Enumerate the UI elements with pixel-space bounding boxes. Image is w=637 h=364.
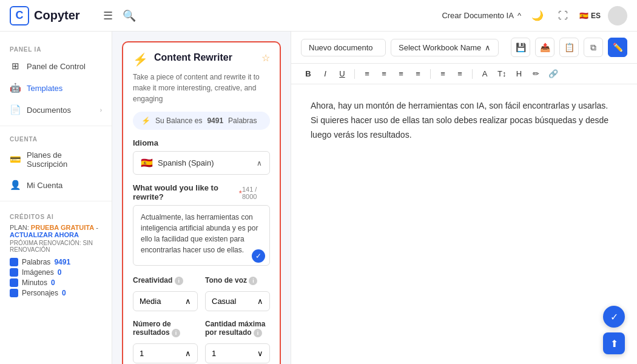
menu-icon[interactable]: ☰ <box>103 9 113 22</box>
tono-select[interactable]: Casual ∧ <box>205 291 270 311</box>
sidebar-item-label: Planes de Suscripción <box>27 150 102 169</box>
chevron-up-icon: ∧ <box>485 43 491 52</box>
sidebar-item-label: Panel de Control <box>27 62 86 71</box>
workbook-name-label: Select Workbook Name <box>399 43 481 52</box>
duplicate-icon: ⧉ <box>590 42 596 53</box>
sidebar-item-panel-control[interactable]: ⊞ Panel de Control <box>0 55 112 77</box>
chevron-down-icon: ∨ <box>257 349 263 358</box>
list-unordered-button[interactable]: ≡ <box>453 67 467 80</box>
grid-icon: ⊞ <box>10 61 21 72</box>
cantidad-label: Cantidad máxima por resultado i <box>205 320 270 337</box>
copy-doc-button[interactable]: 📋 <box>559 38 579 57</box>
cantidad-select[interactable]: 1 ∨ <box>205 343 270 363</box>
palabras-label: Palabras <box>22 258 50 266</box>
save-doc-button[interactable]: 💾 <box>511 38 530 57</box>
cantidad-info-icon[interactable]: i <box>254 329 262 337</box>
editor-panel: Select Workbook Name ∧ 💾 📤 📋 ⧉ ✏️ B I <box>291 32 637 364</box>
tool-icon: ⚡ <box>133 52 148 67</box>
char-count: 141 / 8000 <box>242 186 270 200</box>
tool-title: Content Rewriter <box>154 52 255 63</box>
actualizar-link[interactable]: ACTUALIZAR AHORA <box>10 231 79 238</box>
user-avatar[interactable] <box>608 6 627 25</box>
align-center-button[interactable]: ≡ <box>377 67 391 80</box>
doc-name-input[interactable] <box>301 39 386 56</box>
sidebar-item-planes[interactable]: 💳 Planes de Suscripción <box>0 145 112 174</box>
rewrite-label: What would you like to rewrite? <box>133 183 238 201</box>
crear-doc-label: Crear Documento IA <box>442 11 514 20</box>
ai-doc-button[interactable]: ✏️ <box>608 38 627 57</box>
scroll-to-top-button[interactable]: ⬆ <box>603 332 625 354</box>
chevron-right-icon: › <box>100 107 102 113</box>
list-ordered-button[interactable]: ≡ <box>436 67 450 80</box>
link-button[interactable]: 🔗 <box>545 67 561 80</box>
chevron-down-icon: ∧ <box>185 297 191 306</box>
textarea-check-icon: ✓ <box>252 249 265 263</box>
imagenes-dot <box>10 268 18 277</box>
imagenes-value: 0 <box>58 268 62 277</box>
font-color-button[interactable]: A <box>477 67 492 80</box>
center-panel: ⚡ Content Rewriter ☆ Take a piece of con… <box>112 32 291 364</box>
heading-button[interactable]: H <box>511 67 526 80</box>
ai-edit-icon: ✏️ <box>613 42 623 52</box>
italic-button[interactable]: I <box>318 67 332 80</box>
duplicate-doc-button[interactable]: ⧉ <box>584 38 603 57</box>
export-icon: 📤 <box>540 42 550 52</box>
creatividad-select[interactable]: Media ∧ <box>133 291 198 311</box>
favorite-button[interactable]: ☆ <box>261 52 270 64</box>
chevron-up-icon: ∧ <box>185 349 191 358</box>
spain-flag-icon: 🇪🇸 <box>141 157 153 169</box>
search-icon[interactable]: 🔍 <box>123 9 136 22</box>
num-resultados-select[interactable]: 1 ∧ <box>133 343 198 363</box>
align-right-button[interactable]: ≡ <box>394 67 408 80</box>
credit-card-icon: 💳 <box>10 154 21 165</box>
underline-button[interactable]: U <box>335 67 349 80</box>
flag-icon: 🇪🇸 <box>579 12 588 20</box>
sidebar-item-mi-cuenta[interactable]: 👤 Mi Cuenta <box>0 174 112 196</box>
dark-mode-button[interactable]: 🌙 <box>528 7 547 25</box>
editor-wrapper: Ahora, hay un montón de herramientas con… <box>291 84 637 364</box>
creatividad-value: Media <box>140 297 161 306</box>
idioma-label: Idioma <box>133 138 270 147</box>
tono-value: Casual <box>212 297 236 306</box>
justify-button[interactable]: ≡ <box>411 67 425 80</box>
tono-info-icon[interactable]: i <box>249 277 257 285</box>
crear-documento-button[interactable]: Crear Documento IA ^ <box>442 11 521 20</box>
format-bar: B I U ≡ ≡ ≡ ≡ ≡ ≡ A T↕ H ✏ 🔗 <box>291 64 637 84</box>
creatividad-info-icon[interactable]: i <box>175 277 183 285</box>
language-selector[interactable]: 🇪🇸 ES <box>579 12 601 20</box>
textarea-wrapper: Actualmente, las herramientas con inteli… <box>133 205 270 268</box>
sidebar-item-label: Mi Cuenta <box>27 181 62 190</box>
credits-section: CRÉDITOS AI PLAN: PRUEBA GRATUITA - ACTU… <box>0 206 112 306</box>
bold-button[interactable]: B <box>301 67 315 80</box>
chevron-up-icon: ∧ <box>257 159 262 167</box>
export-doc-button[interactable]: 📤 <box>535 38 554 57</box>
workbook-select[interactable]: Select Workbook Name ∧ <box>391 39 499 56</box>
num-resultados-info-icon[interactable]: i <box>172 329 180 337</box>
logo-area: C Copyter <box>10 6 89 25</box>
sidebar: PANEL IA ⊞ Panel de Control 🤖 Templates … <box>0 32 112 364</box>
sidebar-item-templates[interactable]: 🤖 Templates <box>0 77 112 99</box>
proxima-renovacion: PRÓXIMA RENOVACIÓN: SIN RENOVACIÓN <box>10 240 102 253</box>
logo-name: Copyter <box>34 8 80 22</box>
draw-button[interactable]: ✏ <box>528 67 543 80</box>
float-check-button[interactable]: ✓ <box>603 306 625 328</box>
lightning-icon: ⚡ <box>141 116 150 125</box>
fullscreen-button[interactable]: ⛶ <box>554 7 572 25</box>
num-resultados-label: Número de resultados i <box>133 320 198 337</box>
align-left-button[interactable]: ≡ <box>360 67 374 80</box>
imagenes-label: Imágenes <box>22 268 54 277</box>
editor-toolbar-top: Select Workbook Name ∧ 💾 📤 📋 ⧉ ✏️ <box>291 32 637 64</box>
logo-letter: C <box>16 9 24 22</box>
editor-content[interactable]: Ahora, hay un montón de herramientas con… <box>291 84 637 364</box>
tool-card-header: ⚡ Content Rewriter ☆ <box>133 52 270 67</box>
idioma-value: Spanish (Spain) <box>158 158 252 167</box>
credit-palabras: Palabras 9491 <box>10 258 102 266</box>
rewrite-textarea[interactable]: Actualmente, las herramientas con inteli… <box>133 205 270 266</box>
sidebar-item-label: Documentos <box>27 106 71 115</box>
idioma-select[interactable]: 🇪🇸 Spanish (Spain) ∧ <box>133 151 270 175</box>
balance-bar: ⚡ Su Balance es 9491 Palabras <box>133 112 270 130</box>
font-size-button[interactable]: T↕ <box>494 67 509 80</box>
personajes-label: Personajes <box>22 289 58 297</box>
save-icon: 💾 <box>516 42 526 52</box>
sidebar-item-documentos[interactable]: 📄 Documentos › <box>0 99 112 121</box>
